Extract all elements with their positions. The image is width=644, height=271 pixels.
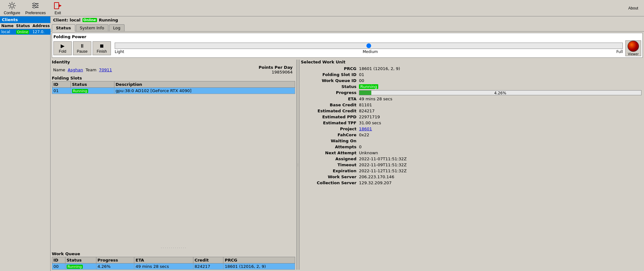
identity-section: Identity Name Asghan Team 70911 Points P…	[52, 60, 295, 74]
wu-nextattempt-value: Unknown	[358, 150, 643, 156]
wu-project-link[interactable]: 18601	[359, 127, 372, 131]
preferences-icon	[31, 1, 40, 10]
tab-log[interactable]: Log	[109, 24, 125, 31]
wu-estcredit-label: Estimated Credit	[301, 108, 358, 114]
points-per-day: Points Per Day 19859064	[258, 65, 295, 74]
wu-slot-label: Folding Slot ID	[301, 72, 358, 78]
pause-icon: ⏸	[80, 43, 85, 49]
wu-expiration-label: Expiration	[301, 168, 358, 174]
wu-collserver-value: 129.32.209.207	[358, 180, 643, 186]
wu-progress-value: 4.26%	[358, 90, 643, 96]
preferences-button[interactable]: Preferences	[23, 1, 48, 16]
fold-icon: ▶	[61, 43, 64, 49]
client-address: 127.0.	[31, 29, 51, 35]
pause-button[interactable]: ⏸ Pause	[73, 41, 91, 55]
work-queue-section: Work Queue ID Status Progress ETA Credit…	[52, 251, 295, 270]
wu-estppd-row: Estimated PPD 22971719	[301, 114, 643, 120]
viewer-label: Viewer	[628, 52, 639, 56]
slot-row[interactable]: 01 Running gpu:38:0 AD102 [GeForce RTX 4…	[52, 88, 295, 94]
wu-eta-value: 49 mins 28 secs	[358, 96, 643, 102]
slots-col-status: Status	[70, 81, 114, 88]
work-queue-title: Work Queue	[52, 251, 295, 256]
divider-dots: · · · · · · · · · · · · ·	[52, 246, 295, 250]
finish-button[interactable]: ⏹ Finish	[93, 41, 111, 55]
power-controls: ▶ Fold ⏸ Pause ⏹ Finish Light	[53, 40, 641, 56]
queue-table: ID Status Progress ETA Credit PRCG	[52, 257, 295, 270]
fold-button[interactable]: ▶ Fold	[53, 41, 72, 55]
wu-workserver-row: Work Server 206.223.170.146	[301, 174, 643, 180]
client-state: Running	[99, 18, 118, 22]
sidebar-title: Clients	[0, 16, 50, 23]
fold-label: Fold	[59, 49, 66, 54]
progress-bar-text: 4.26%	[359, 91, 641, 96]
client-row[interactable]: local Online 127.0.	[0, 29, 51, 35]
queue-col-progress: Progress	[96, 257, 134, 263]
slots-col-description: Description	[114, 81, 295, 88]
ppd-label: Points Per Day	[258, 65, 293, 70]
about-button[interactable]: About	[624, 5, 643, 11]
slots-col-id: ID	[52, 81, 71, 88]
wu-esttpf-row: Estimated TPF 31.00 secs	[301, 120, 643, 126]
wu-workserver-value: 206.223.170.146	[358, 174, 643, 180]
wu-basecredit-row: Base Credit 81101	[301, 102, 643, 108]
wu-collserver-row: Collection Server 129.32.209.207	[301, 180, 643, 186]
clients-col-status: Status	[15, 23, 31, 29]
svg-line-8	[9, 7, 11, 9]
slot-id: 01	[52, 88, 71, 94]
exit-button[interactable]: Exit	[48, 1, 67, 16]
svg-point-0	[10, 4, 14, 7]
identity-title: Identity	[52, 60, 295, 64]
folding-power-section: Folding Power ▶ Fold ⏸ Pause ⏹ Finish	[52, 33, 643, 58]
finish-label: Finish	[97, 49, 107, 54]
left-middle-panel: Identity Name Asghan Team 70911 Points P…	[52, 60, 295, 270]
queue-col-status: Status	[65, 257, 96, 263]
right-middle-panel: Selected Work Unit PRCG 18601 (12016, 2,…	[301, 60, 643, 270]
work-unit-title: Selected Work Unit	[301, 60, 643, 64]
configure-button[interactable]: Configure	[1, 1, 23, 16]
queue-row[interactable]: 00 Running 4.26% 49 mins 28 secs 824217 …	[52, 263, 295, 270]
identity-team-label: Team	[86, 68, 96, 72]
wu-project-label: Project	[301, 126, 358, 132]
progress-bar-outer: 4.26%	[359, 90, 641, 95]
wu-collserver-label: Collection Server	[301, 180, 358, 186]
tab-status[interactable]: Status	[52, 24, 75, 32]
client-status-badge: Online	[82, 18, 97, 22]
wu-attempts-value: 0	[358, 144, 643, 150]
tab-system-info[interactable]: System Info	[76, 24, 108, 31]
middle-section: Identity Name Asghan Team 70911 Points P…	[52, 60, 643, 270]
wu-attempts-row: Attempts 0	[301, 144, 643, 150]
sidebar: Clients Name Status Address local Online…	[0, 16, 51, 271]
toolbar: Configure Preferences Exit About	[0, 0, 644, 16]
queue-prcg: 18601 (12016, 2, 9)	[223, 263, 295, 270]
clients-table: Name Status Address local Online 127.0.	[0, 23, 51, 35]
svg-rect-15	[54, 3, 59, 9]
exit-icon	[53, 1, 62, 10]
wu-progress-label: Progress	[301, 90, 358, 96]
wu-timeout-label: Timeout	[301, 162, 358, 168]
svg-line-6	[14, 7, 15, 9]
queue-col-prcg: PRCG	[223, 257, 295, 263]
exit-label: Exit	[55, 11, 61, 15]
queue-eta: 49 mins 28 secs	[134, 263, 193, 270]
power-label-full: Full	[616, 50, 623, 54]
identity-team-value[interactable]: 70911	[99, 68, 112, 72]
queue-credit: 824217	[193, 263, 223, 270]
wu-attempts-label: Attempts	[301, 144, 358, 150]
identity-name-value[interactable]: Asghan	[68, 68, 83, 72]
wu-status-label: Status	[301, 84, 358, 90]
viewer-button[interactable]: Viewer	[625, 40, 641, 56]
wu-project-value: 18601	[358, 126, 643, 132]
wu-workserver-label: Work Server	[301, 174, 358, 180]
wu-estcredit-row: Estimated Credit 824217	[301, 108, 643, 114]
wu-assigned-row: Assigned 2022-11-07T11:51:32Z	[301, 156, 643, 162]
slot-status: Running	[70, 88, 114, 94]
main-layout: Clients Name Status Address local Online…	[0, 16, 644, 271]
wu-fahcore-value: 0x22	[358, 132, 643, 138]
queue-progress: 4.26%	[96, 263, 134, 270]
power-label-medium: Medium	[363, 50, 378, 54]
configure-icon	[8, 1, 16, 10]
wu-waitingon-row: Waiting On	[301, 138, 643, 144]
work-unit-table: PRCG 18601 (12016, 2, 9) Folding Slot ID…	[301, 66, 643, 186]
power-slider[interactable]	[115, 43, 623, 49]
queue-col-credit: Credit	[193, 257, 223, 263]
